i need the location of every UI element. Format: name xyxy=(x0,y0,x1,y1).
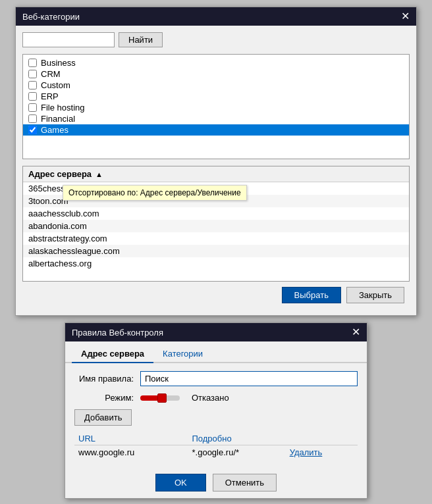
cancel-button[interactable]: Отменить xyxy=(213,474,277,491)
delete-cell: Удалить xyxy=(286,445,358,460)
category-label: Financial xyxy=(41,114,75,124)
tabs-row: Адрес сервера Категории xyxy=(65,345,367,363)
slider-track[interactable] xyxy=(140,395,180,401)
mode-value-label: Отказано xyxy=(192,393,229,403)
tab-server-address[interactable]: Адрес сервера xyxy=(72,345,153,363)
list-item[interactable]: Custom xyxy=(23,80,409,91)
dialog1-buttons: Выбрать Закрыть xyxy=(22,282,410,309)
category-checkbox-business[interactable] xyxy=(28,59,37,67)
web-categories-dialog: Веб-категории ✕ Найти Business CRM Custo… xyxy=(15,7,417,316)
category-label: Business xyxy=(41,58,76,68)
list-item[interactable]: File hosting xyxy=(23,102,409,113)
dialog1-close-button[interactable]: ✕ xyxy=(401,11,410,22)
mode-label: Режим: xyxy=(74,393,134,403)
table-row[interactable]: alaskachessleague.com xyxy=(23,245,409,257)
dialog2-title: Правила Веб-контроля xyxy=(72,328,163,338)
url-table-row: www.google.ru *.google.ru/* Удалить xyxy=(74,445,358,460)
table-header-label: Адрес сервера xyxy=(28,169,92,179)
category-label: File hosting xyxy=(41,103,84,113)
dialog1-titlebar: Веб-категории ✕ xyxy=(16,7,416,26)
table-row[interactable]: abstractstrategy.com xyxy=(23,232,409,245)
list-item[interactable]: Games xyxy=(23,124,409,136)
delete-link[interactable]: Удалить xyxy=(290,447,323,457)
dialog2-close-button[interactable]: ✕ xyxy=(352,327,360,338)
details-column-header: Подробно xyxy=(188,432,286,445)
sort-arrow-icon: ▲ xyxy=(95,170,103,178)
search-row: Найти xyxy=(22,32,410,47)
category-checkbox-custom[interactable] xyxy=(28,81,37,89)
dialog2-buttons: OK Отменить xyxy=(65,467,367,498)
select-button[interactable]: Выбрать xyxy=(282,287,341,303)
slider-thumb[interactable] xyxy=(157,393,167,403)
close-button[interactable]: Закрыть xyxy=(346,287,404,303)
find-button[interactable]: Найти xyxy=(119,32,163,47)
details-cell: *.google.ru/* xyxy=(188,445,286,460)
dialog1-body: Найти Business CRM Custom ERP File hosti… xyxy=(16,26,416,315)
list-item[interactable]: CRM xyxy=(23,68,409,80)
mode-row: Режим: Отказано xyxy=(74,393,358,403)
sort-tooltip: Отсортировано по: Адрес сервера/Увеличен… xyxy=(63,185,247,201)
table-row[interactable]: abandonia.com xyxy=(23,220,409,232)
category-checkbox-erp[interactable] xyxy=(28,92,37,101)
category-checkbox-financial[interactable] xyxy=(28,114,37,123)
list-item[interactable]: ERP xyxy=(23,91,409,102)
table-row[interactable]: albertachess.org xyxy=(23,257,409,270)
server-table: Адрес сервера ▲ Отсортировано по: Адрес … xyxy=(22,166,410,282)
category-label: Custom xyxy=(41,80,70,90)
category-checkbox-crm[interactable] xyxy=(28,70,37,78)
url-cell: www.google.ru xyxy=(74,445,188,460)
categories-list: Business CRM Custom ERP File hosting Fin… xyxy=(22,54,410,159)
web-control-rules-dialog: Правила Веб-контроля ✕ Адрес сервера Кат… xyxy=(65,322,367,499)
tab-categories[interactable]: Категории xyxy=(153,345,212,363)
list-item[interactable]: Financial xyxy=(23,113,409,124)
url-column-header: URL xyxy=(74,432,188,445)
add-button[interactable]: Добавить xyxy=(74,409,132,426)
action-column-header xyxy=(286,432,358,445)
dialog2-titlebar: Правила Веб-контроля ✕ xyxy=(65,323,367,341)
category-checkbox-games[interactable] xyxy=(28,126,37,134)
mode-slider[interactable] xyxy=(140,395,180,401)
search-input[interactable] xyxy=(22,32,115,47)
ok-button[interactable]: OK xyxy=(155,474,206,491)
rule-name-input[interactable] xyxy=(140,371,358,386)
table-header: Адрес сервера ▲ xyxy=(23,166,409,182)
dialog1-title: Веб-категории xyxy=(22,12,80,22)
category-label: Games xyxy=(41,125,68,135)
list-item[interactable]: Business xyxy=(23,57,409,68)
category-label: CRM xyxy=(41,69,61,79)
rule-name-row: Имя правила: xyxy=(74,371,358,386)
category-checkbox-filehosting[interactable] xyxy=(28,103,37,112)
form-body: Имя правила: Режим: Отказано Добавить UR… xyxy=(65,363,367,467)
url-table: URL Подробно www.google.ru *.google.ru/*… xyxy=(74,432,358,459)
category-label: ERP xyxy=(41,91,59,101)
name-label: Имя правила: xyxy=(74,374,134,384)
table-row[interactable]: aaachessclub.com xyxy=(23,207,409,220)
